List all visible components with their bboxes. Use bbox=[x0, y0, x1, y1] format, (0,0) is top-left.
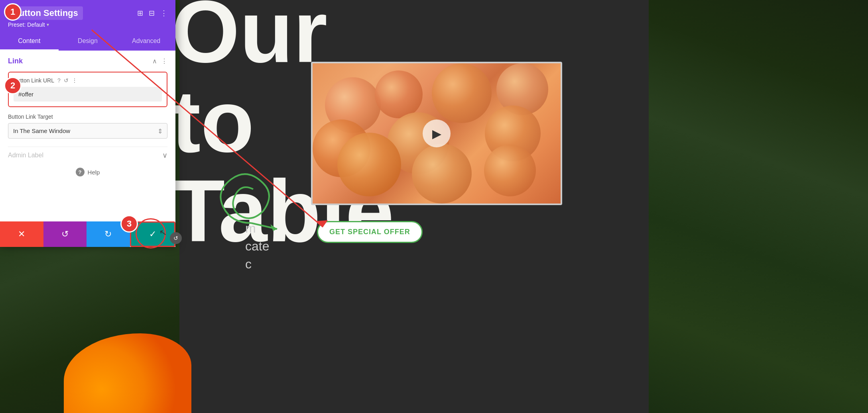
url-input[interactable] bbox=[14, 87, 162, 102]
more-options-icon[interactable]: ⋮ bbox=[160, 9, 167, 18]
preset-label: Preset: bbox=[8, 22, 26, 28]
play-icon: ▶ bbox=[432, 127, 441, 141]
link-section-header: Link ∧ ⋮ bbox=[8, 57, 167, 65]
preset-arrow[interactable]: ▾ bbox=[47, 22, 49, 27]
step-badge-3: 3 bbox=[120, 215, 138, 233]
admin-expand-icon[interactable]: ∨ bbox=[162, 151, 167, 160]
target-label: Button Link Target bbox=[8, 114, 167, 120]
peach-9 bbox=[412, 144, 472, 204]
step-badge-1: 1 bbox=[4, 3, 22, 21]
link-title-text: Link bbox=[8, 57, 23, 65]
admin-label-text: Admin Label bbox=[8, 152, 43, 159]
expand-icon[interactable]: ⊞ bbox=[137, 9, 143, 18]
artichoke-right-bg bbox=[649, 0, 868, 413]
help-label[interactable]: Help bbox=[88, 169, 100, 176]
tab-design[interactable]: Design bbox=[59, 33, 117, 51]
scene-sub-2: cate bbox=[245, 239, 269, 254]
target-select-wrapper: In The Same Window In The New Tab ⇕ bbox=[8, 123, 167, 139]
tab-advanced[interactable]: Advanced bbox=[117, 33, 175, 51]
scene-sub-3: c bbox=[245, 257, 252, 272]
section-more-icon[interactable]: ⋮ bbox=[161, 57, 167, 65]
cancel-button[interactable]: ✕ bbox=[0, 221, 43, 247]
url-help-icon[interactable]: ? bbox=[57, 77, 61, 84]
video-panel[interactable]: ▶ bbox=[311, 62, 562, 205]
play-button[interactable]: ▶ bbox=[423, 119, 451, 147]
panel-footer: ✕ ↺ ↻ ✓ bbox=[0, 221, 175, 247]
panel-header-row: Button Settings ⊞ ⊟ ⋮ bbox=[8, 6, 167, 20]
url-reset-icon[interactable]: ↺ bbox=[64, 77, 69, 84]
peach-10 bbox=[484, 145, 536, 196]
peach-8 bbox=[337, 133, 401, 196]
section-collapse-icon[interactable]: ∧ bbox=[152, 57, 157, 65]
url-more-icon[interactable]: ⋮ bbox=[72, 77, 77, 84]
settings-panel: Button Settings ⊞ ⊟ ⋮ Preset: Default ▾ … bbox=[0, 0, 175, 247]
target-select[interactable]: In The Same Window In The New Tab bbox=[8, 123, 167, 139]
admin-label-section: Admin Label ∨ bbox=[8, 147, 167, 164]
panel-tabs: Content Design Advanced bbox=[0, 33, 175, 51]
url-label-row: Button Link URL ? ↺ ⋮ bbox=[14, 77, 162, 84]
help-row: ? Help bbox=[8, 164, 167, 180]
peach-2 bbox=[375, 70, 423, 118]
panel-header: Button Settings ⊞ ⊟ ⋮ Preset: Default ▾ bbox=[0, 0, 175, 33]
help-circle-icon: ? bbox=[76, 168, 85, 176]
section-icons: ∧ ⋮ bbox=[152, 57, 167, 65]
reset-button[interactable]: ↺ bbox=[43, 221, 87, 247]
tab-content[interactable]: Content bbox=[0, 33, 59, 51]
preset-row: Preset: Default ▾ bbox=[8, 22, 167, 28]
panel-body: Link ∧ ⋮ Button Link URL ? ↺ ⋮ Button Li… bbox=[0, 51, 175, 221]
target-field-group: Button Link Target In The Same Window In… bbox=[8, 114, 167, 139]
step-badge-2: 2 bbox=[4, 77, 22, 94]
link-section-title: Link bbox=[8, 57, 23, 65]
peach-3 bbox=[432, 63, 492, 123]
preset-value[interactable]: Default bbox=[27, 22, 45, 28]
scene-sub-1: m bbox=[245, 221, 256, 236]
video-inner: ▶ bbox=[313, 63, 561, 204]
url-field-group: Button Link URL ? ↺ ⋮ bbox=[8, 72, 167, 107]
columns-icon[interactable]: ⊟ bbox=[149, 9, 155, 18]
offer-button[interactable]: GET SPECIAL OFFER bbox=[317, 221, 423, 243]
panel-header-icons: ⊞ ⊟ ⋮ bbox=[137, 9, 167, 18]
